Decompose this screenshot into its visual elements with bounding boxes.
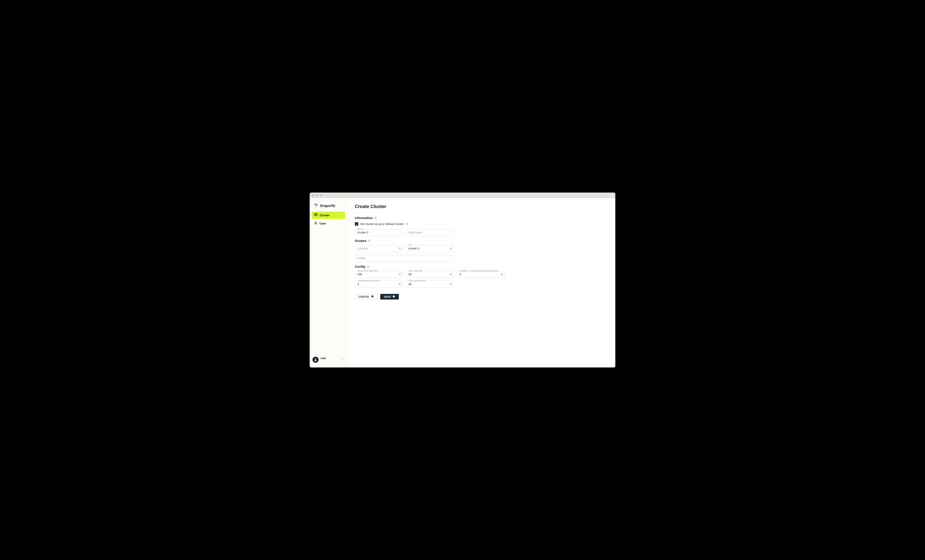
sidebar-item-label: User: [319, 222, 326, 225]
help-icon[interactable]: [449, 283, 452, 286]
help-icon[interactable]: [449, 247, 452, 250]
form-buttons: CANCEL SAVE: [355, 294, 608, 300]
save-button[interactable]: SAVE: [380, 294, 399, 300]
svg-point-10: [393, 295, 395, 298]
help-icon[interactable]: [500, 273, 503, 276]
main-content: Create Cluster Information Set cluster a…: [347, 198, 615, 367]
location-field: [355, 245, 403, 252]
avatar: [312, 357, 319, 363]
section-title-information: Information: [355, 216, 608, 220]
user-sub: -: [321, 360, 339, 363]
help-icon[interactable]: [398, 247, 401, 250]
help-icon[interactable]: [449, 273, 452, 276]
location-input[interactable]: [355, 245, 403, 252]
section-title-config: Config: [355, 265, 608, 268]
default-cluster-checkbox[interactable]: [355, 222, 359, 226]
help-icon[interactable]: [405, 223, 408, 226]
sidebar-nav: Cluster User: [312, 212, 345, 227]
help-icon[interactable]: [374, 217, 377, 219]
check-circle-icon: [392, 295, 395, 298]
brand-name: Dragonfly: [320, 204, 335, 208]
sidebar-item-label: Cluster: [319, 214, 330, 217]
user-name: root: [321, 357, 339, 360]
help-icon[interactable]: [366, 265, 369, 268]
concurrent-pieces-field: Number of concurrent download pieces: [457, 271, 505, 278]
idc-field: IDC: [406, 245, 454, 252]
svg-rect-5: [314, 215, 316, 215]
peer-load-limit-field: Peer load limit: [406, 271, 454, 278]
app-window: Dragonfly Cluster User: [310, 193, 615, 367]
sidebar-item-user[interactable]: User: [312, 220, 345, 227]
user-chip[interactable]: root -: [312, 355, 345, 364]
name-field: Name: [355, 229, 403, 236]
sidebar-item-cluster[interactable]: Cluster: [312, 212, 345, 219]
default-cluster-row: Set cluster as your default cluster: [355, 222, 608, 226]
user-icon: [314, 221, 318, 226]
window-titlebar: [310, 193, 615, 198]
svg-rect-6: [316, 215, 317, 215]
svg-point-7: [315, 222, 316, 223]
traffic-light-max[interactable]: [319, 194, 322, 197]
help-icon[interactable]: [398, 283, 401, 286]
description-field: [406, 229, 454, 236]
help-icon[interactable]: [368, 239, 371, 242]
seed-peer-load-limit-field: Seed Peer load limit: [355, 271, 403, 278]
cluster-icon: [314, 213, 318, 217]
close-circle-icon: [371, 295, 374, 298]
chevron-updown-icon: [341, 358, 344, 361]
page-title: Create Cluster: [355, 204, 608, 212]
traffic-light-min[interactable]: [316, 194, 318, 197]
cidrs-field: [355, 255, 454, 262]
svg-rect-4: [316, 214, 317, 214]
cidrs-input[interactable]: [355, 255, 454, 262]
sidebar: Dragonfly Cluster User: [310, 198, 347, 367]
traffic-light-close[interactable]: [312, 194, 314, 197]
brand: Dragonfly: [312, 202, 345, 212]
filter-parent-limit-field: Filter parent limit: [406, 281, 454, 288]
candidate-parent-limit-field: Candidate parent limit: [355, 281, 403, 288]
svg-point-8: [315, 358, 316, 360]
svg-rect-3: [314, 214, 316, 214]
description-input[interactable]: [406, 229, 454, 236]
dragonfly-logo-icon: [313, 203, 318, 208]
section-title-scopes: Scopes: [355, 239, 608, 242]
help-icon[interactable]: [398, 273, 401, 276]
default-cluster-label: Set cluster as your default cluster: [360, 223, 404, 226]
cancel-button[interactable]: CANCEL: [355, 294, 377, 300]
